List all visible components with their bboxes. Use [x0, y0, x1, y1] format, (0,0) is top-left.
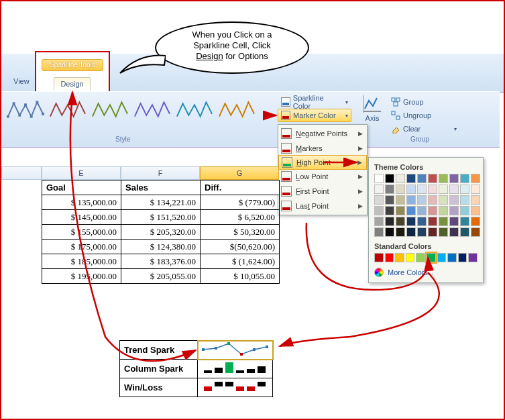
color-swatch[interactable]	[374, 253, 384, 262]
color-swatch[interactable]	[374, 217, 384, 226]
ungroup-button[interactable]: Ungroup	[390, 109, 457, 122]
winloss-cell[interactable]	[198, 378, 273, 397]
color-swatch[interactable]	[396, 206, 405, 215]
color-swatch[interactable]	[428, 206, 437, 215]
cell[interactable]: $ 183,376.00	[121, 254, 201, 269]
color-swatch[interactable]	[396, 185, 405, 194]
color-swatch[interactable]	[460, 217, 469, 226]
color-swatch[interactable]	[439, 217, 448, 226]
color-swatch[interactable]	[385, 253, 394, 262]
cell[interactable]: $ 135,000.00	[42, 195, 121, 210]
color-swatch[interactable]	[449, 217, 459, 226]
color-swatch[interactable]	[471, 185, 480, 194]
style-swatch[interactable]	[133, 97, 172, 123]
color-swatch[interactable]	[374, 206, 384, 215]
cell[interactable]: $ 185,000.00	[42, 254, 121, 269]
data-table[interactable]: Goal Sales Diff. $ 135,000.00$ 134,221.0…	[42, 180, 280, 284]
more-colors-button[interactable]: More Colors...	[374, 268, 478, 277]
color-swatch[interactable]	[447, 253, 457, 262]
color-swatch[interactable]	[417, 217, 427, 226]
color-swatch[interactable]	[428, 217, 437, 226]
style-swatch[interactable]	[217, 97, 256, 123]
color-swatch[interactable]	[460, 206, 469, 215]
color-swatch[interactable]	[460, 185, 469, 194]
color-swatch[interactable]	[468, 253, 478, 262]
color-swatch[interactable]	[385, 174, 394, 183]
color-swatch[interactable]	[406, 253, 415, 262]
color-swatch[interactable]	[417, 206, 427, 215]
theme-color-row[interactable]	[374, 174, 478, 183]
cell[interactable]: $ 6,520.00	[201, 210, 280, 225]
color-swatch[interactable]	[417, 227, 427, 237]
group-button[interactable]: Group	[390, 95, 457, 109]
color-swatch[interactable]	[458, 253, 467, 262]
table-row[interactable]: $ 135,000.00$ 134,221.00$ (779.00)	[42, 195, 280, 210]
menu-negative-points[interactable]: Negative Points▶	[278, 126, 367, 141]
color-swatch[interactable]	[396, 195, 405, 205]
theme-tints-grid[interactable]	[374, 185, 478, 237]
color-swatch[interactable]	[374, 185, 384, 194]
color-swatch[interactable]	[449, 185, 459, 194]
axis-button[interactable]: Axis	[355, 95, 389, 122]
color-swatch[interactable]	[385, 227, 394, 237]
menu-first-point[interactable]: First Point▶	[278, 184, 367, 199]
color-swatch[interactable]	[385, 195, 394, 205]
table-row[interactable]: $ 195,000.00$ 205,055.00$ 10,055.00	[42, 269, 280, 284]
color-swatch[interactable]	[449, 174, 459, 183]
color-swatch[interactable]	[471, 227, 480, 237]
color-swatch[interactable]	[439, 227, 448, 237]
color-swatch[interactable]	[460, 195, 469, 205]
color-swatch[interactable]	[417, 174, 427, 183]
cell[interactable]: $ (779.00)	[201, 195, 280, 210]
table-row[interactable]: $ 145,000.00$ 151,520.00$ 6,520.00	[42, 210, 280, 225]
menu-low-point[interactable]: Low Point▶	[278, 169, 367, 184]
color-swatch[interactable]	[406, 174, 416, 183]
color-swatch[interactable]	[471, 174, 480, 183]
color-swatch[interactable]	[460, 174, 469, 183]
cell[interactable]: $ 50,320.00	[201, 225, 280, 240]
cell[interactable]: $ 124,380.00	[121, 240, 201, 254]
color-swatch[interactable]	[406, 195, 416, 205]
color-swatch[interactable]	[374, 227, 384, 237]
color-swatch[interactable]	[471, 195, 480, 205]
standard-color-row[interactable]	[374, 253, 478, 262]
cell[interactable]: $ 134,221.00	[121, 195, 201, 210]
cell[interactable]: $ 195,000.00	[42, 269, 121, 284]
color-swatch[interactable]	[449, 227, 459, 237]
sparkline-summary-table[interactable]: Trend Spark Column Spark Win/Loss	[119, 340, 273, 397]
color-swatch[interactable]	[396, 227, 405, 237]
color-swatch[interactable]	[471, 206, 480, 215]
style-swatch[interactable]	[48, 97, 87, 123]
cell[interactable]: $ 10,055.00	[201, 269, 280, 284]
color-swatch[interactable]	[406, 217, 416, 226]
cell[interactable]: $(50,620.00)	[201, 240, 280, 254]
cell[interactable]: $ 151,520.00	[121, 210, 201, 225]
cell[interactable]: $ 145,000.00	[42, 210, 121, 225]
color-swatch[interactable]	[417, 195, 427, 205]
color-swatch[interactable]	[396, 217, 405, 226]
table-row[interactable]: $ 175,000.00$ 124,380.00$(50,620.00)	[42, 240, 280, 254]
color-swatch[interactable]	[428, 174, 437, 183]
table-row[interactable]: $ 155,000.00$ 205,320.00$ 50,320.00	[42, 225, 280, 240]
color-swatch[interactable]	[439, 195, 448, 205]
color-swatch[interactable]	[417, 185, 427, 194]
color-swatch[interactable]	[385, 185, 394, 194]
color-swatch[interactable]	[427, 253, 436, 262]
marker-color-button[interactable]: Marker Color ▾	[278, 109, 351, 122]
table-row[interactable]: $ 185,000.00$ 183,376.00$ (1,624.00)	[42, 254, 280, 269]
color-swatch[interactable]	[406, 227, 416, 237]
color-swatch[interactable]	[439, 174, 448, 183]
color-swatch[interactable]	[396, 174, 405, 183]
col-header-g[interactable]: G	[200, 166, 279, 180]
color-swatch[interactable]	[460, 227, 469, 237]
color-swatch[interactable]	[374, 195, 384, 205]
tab-design[interactable]: Design	[54, 77, 91, 91]
color-swatch[interactable]	[374, 174, 384, 183]
style-swatch[interactable]	[6, 97, 45, 123]
menu-high-point[interactable]: High Point▶	[278, 155, 367, 170]
color-swatch[interactable]	[385, 206, 394, 215]
color-swatch[interactable]	[406, 185, 416, 194]
cell[interactable]: $ 205,055.00	[121, 269, 201, 284]
color-swatch[interactable]	[395, 253, 404, 262]
color-swatch[interactable]	[449, 195, 459, 205]
